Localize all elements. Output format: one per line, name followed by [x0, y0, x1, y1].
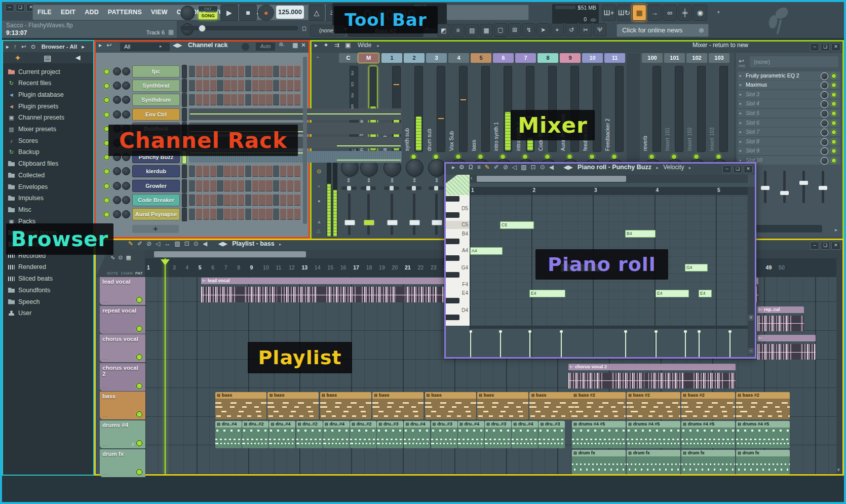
velocity-line[interactable]	[685, 330, 686, 357]
piano-roll-timeline[interactable]: 12345	[470, 187, 748, 195]
add-instrument-icon[interactable]: Ш+	[602, 5, 616, 21]
meter-icon[interactable]: ılı.	[279, 42, 285, 47]
clip-dru-4[interactable]: ⊟dru..#4	[269, 421, 295, 448]
channel-enable-led[interactable]	[104, 198, 109, 203]
playlist-vscrollbar[interactable]: ∨	[836, 258, 842, 474]
zoom-icon[interactable]: ⊙	[194, 240, 199, 247]
step-8[interactable]	[238, 194, 244, 206]
clip-header[interactable]: ⊟drums #4 #5	[627, 421, 680, 428]
velocity-line[interactable]	[500, 330, 501, 357]
track-label-drum-fx[interactable]: drum fx...	[100, 449, 145, 477]
clip-dru-3[interactable]: ⊟dru..#3	[539, 421, 565, 448]
browser-item-backup[interactable]: ↻Backup	[3, 147, 93, 158]
clip-dru-3[interactable]: ⊟dru..#3	[431, 421, 457, 448]
clip-drum-fx[interactable]: ⊟drum fx	[572, 450, 626, 474]
step-15[interactable]	[287, 180, 293, 191]
velocity-pane[interactable]	[470, 329, 748, 357]
track-mute-led[interactable]	[136, 440, 142, 446]
step-6[interactable]	[224, 65, 230, 77]
detach-icon[interactable]: ◀▶	[173, 42, 182, 49]
fx-slot-1[interactable]: ▸Fruity parametric EQ 2	[738, 71, 840, 80]
clip-drum-fx[interactable]: ⊟drum fx	[736, 450, 790, 474]
clip-header[interactable]: ⊟bass #2	[736, 392, 790, 399]
mixer-pan-slider[interactable]	[429, 186, 444, 190]
clip-header[interactable]: ⊟dru..#4	[512, 421, 538, 428]
clip-bass-2[interactable]: ⊟bass #2	[681, 392, 735, 419]
step-10[interactable]	[252, 165, 258, 177]
step-2[interactable]	[196, 65, 202, 77]
main-volume-knob[interactable]	[180, 6, 195, 20]
metronome-icon[interactable]: △	[309, 5, 325, 21]
slider-handle[interactable]	[199, 25, 206, 32]
piano-roll-vscrollbar[interactable]: ∨ –	[748, 187, 755, 355]
master-volume-slider[interactable]	[180, 26, 298, 30]
step-4[interactable]	[210, 94, 216, 105]
step-16[interactable]	[294, 208, 300, 220]
step-4[interactable]	[210, 194, 216, 206]
step-13[interactable]	[273, 94, 279, 105]
close-button[interactable]: ✕	[831, 242, 840, 250]
mixer-track-number[interactable]: 10	[582, 53, 603, 63]
keyboard-editor-icon[interactable]: ▤	[466, 24, 479, 37]
grid-icon[interactable]: ▦	[480, 24, 493, 37]
track-label-repeat-vocal[interactable]: repeat vocal...	[100, 306, 145, 334]
clip-header[interactable]: ⊟drums #4 #5	[681, 421, 735, 428]
delete-icon[interactable]: ⊘	[503, 164, 508, 171]
step-7[interactable]	[231, 80, 237, 91]
piano-note-e4[interactable]: E4	[699, 290, 712, 297]
browser-item-misc[interactable]: Misc	[3, 204, 93, 215]
browser-item-collected[interactable]: Collected	[3, 170, 93, 180]
black-key[interactable]	[446, 315, 459, 320]
clip-header[interactable]: ⊟bass #2	[681, 392, 735, 399]
close-icon[interactable]: ✕	[301, 42, 306, 49]
step-record-icon[interactable]: →	[647, 5, 662, 21]
tool-knob-icon[interactable]: ◉	[693, 5, 707, 21]
mixer-volume-fader[interactable]	[367, 193, 370, 235]
step-3[interactable]	[203, 94, 209, 105]
channel-pan-knob[interactable]	[113, 82, 121, 90]
step-5[interactable]	[217, 65, 223, 77]
step-7[interactable]	[231, 194, 237, 206]
mixer-track-knob[interactable]	[428, 159, 446, 177]
mixer-track-number[interactable]: 103	[709, 53, 729, 63]
channel-button[interactable]: Env Ctrl	[132, 108, 180, 121]
step-12[interactable]	[266, 180, 272, 191]
step-9[interactable]	[245, 194, 251, 206]
channel-enable-led[interactable]	[104, 69, 109, 74]
channel-button[interactable]: Synthdrum	[132, 94, 180, 106]
step-8[interactable]	[238, 165, 244, 177]
fx-slot-8[interactable]: ▸Slot 8	[738, 137, 840, 146]
browser-item-soundfonts[interactable]: Soundfonts	[3, 285, 93, 295]
step-5[interactable]	[217, 165, 223, 177]
channel-target-selector[interactable]	[182, 108, 187, 122]
mixer-track-number[interactable]: 101	[664, 53, 685, 63]
fader-handle[interactable]	[364, 220, 374, 225]
step-4[interactable]	[210, 208, 216, 220]
velocity-line[interactable]	[729, 330, 730, 357]
mixer-volume-fader[interactable]	[391, 193, 393, 235]
clip-header[interactable]: ⊟drums #4 #5	[572, 421, 626, 428]
channel-enable-led[interactable]	[104, 83, 109, 89]
pan-arrows-icon[interactable]: ⇕	[339, 177, 358, 184]
slot-mix-knob[interactable]	[821, 91, 828, 99]
plugin-icon[interactable]: ↯	[522, 23, 535, 36]
step-5[interactable]	[217, 194, 223, 206]
step-8[interactable]	[238, 180, 244, 191]
scroll-down-icon[interactable]: ∨	[748, 315, 754, 321]
step-6[interactable]	[224, 194, 230, 206]
step-2[interactable]	[196, 194, 202, 206]
corner-label-pat[interactable]: PAT	[135, 271, 143, 276]
corner-label-note[interactable]: NOTE	[107, 271, 119, 276]
slot-enable-led[interactable]	[831, 83, 836, 88]
mixer-track-number[interactable]: 2	[404, 53, 425, 63]
mixer-track-number[interactable]: 7	[515, 53, 536, 63]
slot-enable-led[interactable]	[831, 92, 836, 97]
slot-enable-led[interactable]	[831, 139, 836, 144]
undo-icon[interactable]: ↩	[21, 44, 26, 50]
mixer-track-number[interactable]: 6	[493, 53, 514, 63]
slot-mix-knob[interactable]	[821, 138, 828, 146]
clip-header[interactable]: ⊢	[757, 335, 816, 341]
step-3[interactable]	[203, 208, 209, 220]
select-icon[interactable]: ⊡	[531, 164, 536, 171]
fx-mini-slider-4[interactable]	[802, 171, 805, 203]
